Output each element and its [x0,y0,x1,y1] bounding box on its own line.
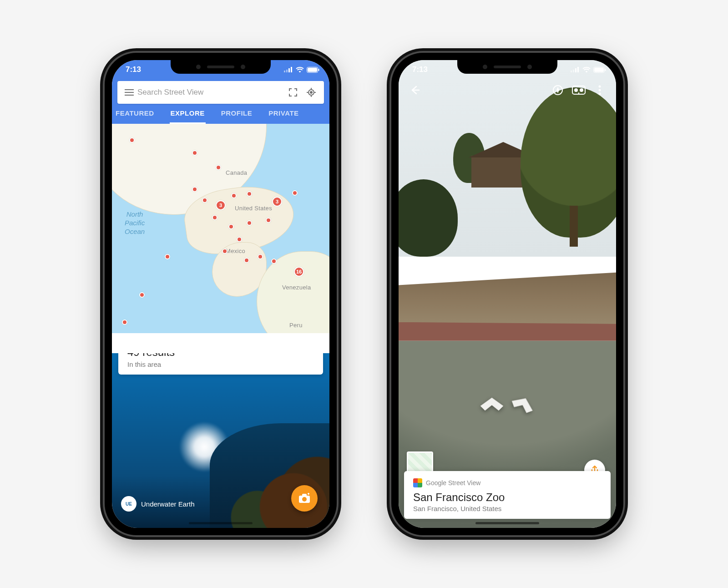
nav-arrows[interactable] [480,397,535,412]
camera-fab[interactable] [291,485,318,512]
featured-photo[interactable]: 49 results In this area UE Underwater Ea… [112,353,329,528]
map-pin[interactable] [202,198,207,203]
svg-rect-3 [291,67,292,72]
screen-right: 7:13 [399,60,616,528]
map-pin[interactable] [271,259,277,264]
back-icon[interactable] [407,82,423,98]
battery-icon [307,67,319,73]
home-indicator[interactable] [475,522,539,524]
map-pin[interactable] [192,187,197,192]
location-card[interactable]: Google Street View San Francisco Zoo San… [404,471,611,519]
compass-icon[interactable] [550,82,566,98]
phone-left: 7:13 [105,53,337,535]
svg-point-21 [574,88,578,92]
streetview-logo-icon [413,478,422,487]
home-indicator[interactable] [189,522,253,524]
map-pin[interactable] [165,254,170,259]
map-pin-cluster[interactable]: 3 [216,200,226,210]
map-pin[interactable] [122,319,127,325]
svg-rect-12 [571,71,572,72]
search-bar[interactable] [117,81,324,104]
svg-rect-5 [308,68,317,72]
map-pin[interactable] [237,237,242,242]
street-nav-arrow-icon[interactable] [480,397,504,412]
map-pin[interactable] [247,191,252,197]
country-venezuela: Venezuela [282,284,311,291]
status-time: 7:13 [126,65,141,74]
my-location-icon[interactable] [302,87,320,97]
status-icons [284,67,319,73]
source-name: Underwater Earth [141,500,195,508]
location-subtitle: San Francisco, United States [413,505,602,512]
phone-right: 7:13 [391,53,623,535]
location-title: San Francisco Zoo [413,491,602,504]
tab-featured[interactable]: FEATURED [115,109,155,124]
svg-rect-6 [318,69,319,71]
svg-rect-0 [284,71,285,72]
country-canada: Canada [226,169,247,176]
map-pin-cluster[interactable]: 16 [294,267,304,277]
svg-point-23 [599,86,601,88]
search-input[interactable] [137,88,284,97]
tab-explore[interactable]: EXPLORE [170,109,206,124]
map-pin[interactable] [266,218,271,223]
svg-rect-13 [573,70,574,72]
wifi-icon [582,67,591,73]
notch [171,60,271,74]
map-pin[interactable] [228,224,234,229]
map-pin[interactable] [292,190,298,196]
map-pin[interactable] [192,150,197,156]
notch [457,60,557,74]
camera-plus-icon [298,493,311,504]
streetview-viewer[interactable]: 7:13 [399,60,616,528]
map-pin[interactable] [231,193,237,198]
map-pin[interactable] [247,220,252,226]
svg-rect-1 [286,70,288,72]
svg-rect-10 [302,494,307,497]
cellular-icon [571,67,580,72]
status-icons [571,67,606,73]
map-pin[interactable] [258,254,263,259]
svg-rect-17 [594,68,604,72]
vr-cardboard-icon[interactable] [571,82,587,98]
country-peru: Peru [289,322,303,329]
avatar: UE [121,496,136,512]
svg-point-8 [310,91,312,93]
screen-left: 7:13 [112,60,329,528]
hamburger-menu-icon[interactable] [121,89,137,96]
map-pin[interactable] [139,292,145,298]
map-pin[interactable] [129,137,135,143]
tab-private[interactable]: PRIVATE [268,109,299,124]
svg-point-22 [580,88,583,92]
status-time: 7:13 [412,65,428,74]
ocean-label: North Pacific Ocean [125,210,145,236]
results-count: 49 results [127,353,314,359]
provider-name: Google Street View [426,479,480,487]
map-pin-cluster[interactable]: 3 [272,197,282,207]
svg-point-24 [599,89,601,91]
results-subtitle: In this area [127,360,314,368]
map-pin[interactable] [244,258,249,263]
svg-rect-2 [288,68,290,72]
svg-rect-18 [605,69,606,71]
provider-row: Google Street View [413,478,602,487]
map-pin[interactable] [212,215,217,220]
map-area[interactable]: North Pacific Ocean Canada United States… [112,124,329,333]
expand-icon[interactable] [284,88,302,96]
photo-source-chip[interactable]: UE Underwater Earth [121,496,195,512]
results-card[interactable]: 49 results In this area [118,353,323,375]
country-usa: United States [235,205,272,212]
map-pin[interactable] [222,248,228,254]
wifi-icon [296,67,304,73]
overflow-menu-icon[interactable] [592,82,608,98]
svg-point-11 [302,497,307,502]
svg-rect-14 [575,68,576,72]
tab-profile[interactable]: PROFILE [220,109,253,124]
battery-icon [593,67,606,73]
svg-point-25 [599,93,601,95]
svg-rect-15 [577,67,579,72]
country-mexico: Mexico [226,248,245,254]
cellular-icon [284,67,293,72]
tab-bar: FEATURED EXPLORE PROFILE PRIVATE [112,104,329,124]
map-pin[interactable] [216,165,221,170]
